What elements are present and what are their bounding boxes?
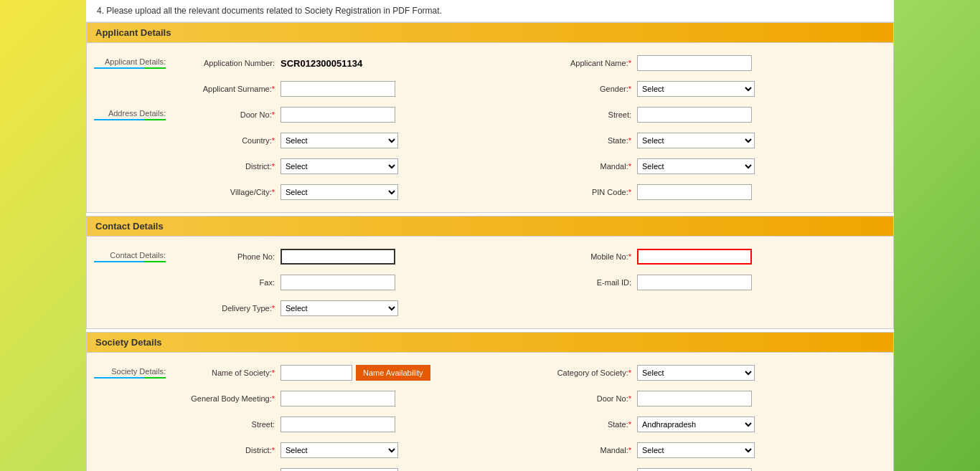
delivery-type-select[interactable]: Select: [281, 300, 398, 316]
general-body-meeting-group: General Body Meeting:*: [173, 389, 529, 409]
society-district-label: District:*: [176, 446, 281, 455]
society-street-input[interactable]: [281, 417, 395, 432]
society-door-no-label: Door No:*: [533, 394, 637, 403]
society-row5: Village/City:* Select PIN Code:*: [87, 463, 893, 471]
mobile-no-input[interactable]: [637, 249, 752, 265]
category-select[interactable]: Select: [637, 365, 755, 381]
society-door-no-input[interactable]: [637, 391, 752, 406]
society-state-group: State:* Andhrapradesh: [529, 414, 886, 434]
mobile-no-label: Mobile No:*: [533, 252, 637, 261]
applicant-surname-input[interactable]: [281, 81, 395, 97]
village-city-group: Village/City:* Select: [173, 182, 529, 202]
delivery-type-group: Delivery Type:* Select: [173, 298, 529, 318]
contact-details-section: Contact Details Contact Details: Phone N…: [86, 216, 894, 329]
village-city-label: Village/City:*: [176, 188, 281, 196]
society-pin-code-group: PIN Code:*: [529, 466, 886, 471]
society-row3: Street: State:* Andhrapradesh: [87, 411, 893, 437]
contact-row3: Delivery Type:* Select: [87, 295, 893, 321]
street-label: Street:: [533, 110, 637, 119]
mobile-no-group: Mobile No:*: [529, 247, 886, 267]
phone-no-input[interactable]: [281, 249, 395, 265]
phone-no-group: Phone No:: [173, 247, 529, 267]
society-mandal-label: Mandal:*: [533, 446, 637, 455]
society-village-city-select[interactable]: Select: [281, 468, 398, 471]
country-select[interactable]: Select India: [281, 133, 398, 148]
village-city-select[interactable]: Select: [281, 184, 398, 200]
society-section-header: Society Details: [87, 333, 893, 353]
society-street-label: Street:: [176, 420, 281, 429]
society-details-section: Society Details Society Details: Name of…: [86, 332, 894, 471]
society-name-label: Name of Society:*: [176, 368, 281, 377]
door-no-label: Door No:*: [176, 110, 281, 119]
society-row4: District:* Select Mandal:* Select: [87, 437, 893, 463]
state-select[interactable]: Select: [637, 133, 755, 148]
society-mandal-group: Mandal:* Select: [529, 440, 886, 460]
society-district-select[interactable]: Select: [281, 442, 398, 458]
country-label: Country:*: [176, 136, 281, 145]
applicant-name-label: Applicant Name:*: [533, 59, 637, 67]
address-details-row1: Address Details: Door No:* Street:: [87, 102, 893, 128]
applicant-details-section: Applicant Details Applicant Details: App…: [86, 22, 894, 213]
society-state-label: State:*: [533, 420, 637, 429]
application-number-value: SCR012300051134: [281, 58, 362, 69]
door-no-group: Door No:*: [173, 105, 529, 125]
society-name-area: Name Availability: [281, 365, 430, 381]
pin-code-input[interactable]: [637, 184, 752, 200]
district-label: District:*: [176, 162, 281, 171]
phone-no-label: Phone No:: [176, 252, 281, 261]
society-row2: General Body Meeting:* Door No:*: [87, 386, 893, 411]
society-door-no-group: Door No:*: [529, 389, 886, 409]
contact-section-header: Contact Details: [87, 217, 893, 237]
pin-code-group: PIN Code:*: [529, 182, 886, 202]
applicant-surname-group: Applicant Surname:*: [173, 79, 529, 99]
society-sidebar-label: Society Details:: [94, 367, 173, 379]
category-label: Category of Society:*: [533, 368, 637, 377]
contact-sidebar-label: Contact Details:: [94, 251, 173, 262]
general-body-meeting-input[interactable]: [281, 391, 395, 406]
state-label: State:*: [533, 136, 637, 145]
mandal-group: Mandal:* Select: [529, 156, 886, 176]
society-district-group: District:* Select: [173, 440, 529, 460]
applicant-section-header: Applicant Details: [87, 23, 893, 43]
applicant-sidebar-label: Applicant Details:: [94, 57, 173, 69]
general-body-meeting-label: General Body Meeting:*: [176, 394, 281, 403]
email-input[interactable]: [637, 275, 752, 290]
society-pin-code-input[interactable]: [637, 468, 752, 471]
applicant-name-group: Applicant Name:*: [529, 53, 886, 73]
gender-select[interactable]: Select Male Female: [637, 81, 755, 97]
email-label: E-mail ID:: [533, 278, 637, 287]
applicant-details-row1: Applicant Details: Application Number: S…: [87, 50, 893, 76]
address-details-row2: Country:* Select India State:* Select: [87, 128, 893, 153]
applicant-details-row2: Applicant Surname:* Gender:* Select Male…: [87, 76, 893, 102]
mandal-select[interactable]: Select: [637, 158, 755, 174]
top-notice: 4. Please upload all the relevant docume…: [86, 0, 894, 22]
address-details-row3: District:* Select Mandal:* Select: [87, 153, 893, 179]
fax-input[interactable]: [281, 275, 395, 290]
district-group: District:* Select: [173, 156, 529, 176]
society-state-select[interactable]: Andhrapradesh: [637, 417, 755, 432]
society-mandal-select[interactable]: Select: [637, 442, 755, 458]
delivery-type-label: Delivery Type:*: [176, 304, 281, 313]
gender-group: Gender:* Select Male Female: [529, 79, 886, 99]
state-group: State:* Select: [529, 130, 886, 151]
society-name-input[interactable]: [281, 365, 352, 381]
street-input[interactable]: [637, 107, 752, 123]
society-village-city-group: Village/City:* Select: [173, 466, 529, 471]
address-sidebar-label: Address Details:: [94, 109, 173, 120]
society-row1: Society Details: Name of Society:* Name …: [87, 360, 893, 386]
gender-label: Gender:*: [533, 85, 637, 93]
applicant-name-input[interactable]: [637, 55, 752, 71]
name-availability-button[interactable]: Name Availability: [356, 365, 430, 381]
pin-code-label: PIN Code:*: [533, 188, 637, 196]
district-select[interactable]: Select: [281, 158, 398, 174]
fax-group: Fax:: [173, 272, 529, 292]
address-details-row4: Village/City:* Select PIN Code:*: [87, 179, 893, 205]
contact-row2: Fax: E-mail ID:: [87, 270, 893, 295]
mandal-label: Mandal:*: [533, 162, 637, 171]
country-group: Country:* Select India: [173, 130, 529, 151]
door-no-input[interactable]: [281, 107, 395, 123]
applicant-surname-label: Applicant Surname:*: [176, 85, 281, 93]
email-group: E-mail ID:: [529, 272, 886, 292]
category-society-group: Category of Society:* Select: [529, 363, 886, 383]
application-number-label: Application Number:: [176, 59, 281, 67]
